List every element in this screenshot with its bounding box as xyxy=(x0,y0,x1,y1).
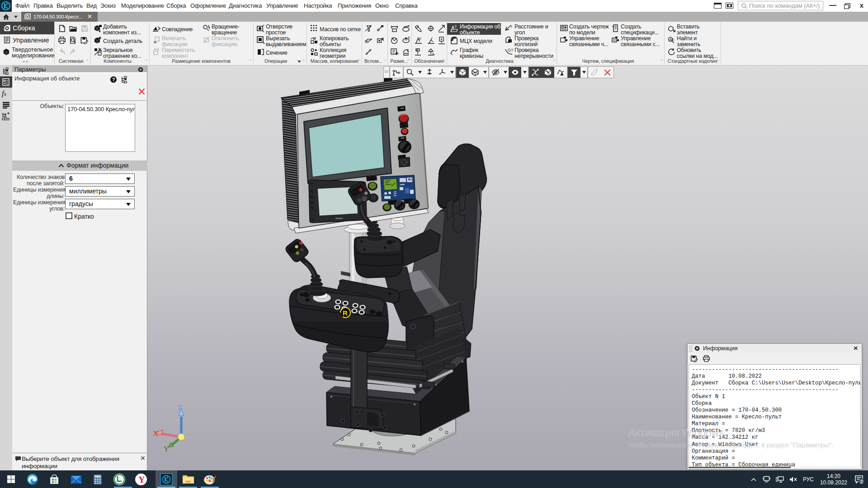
svg-text:2: 2 xyxy=(860,479,863,484)
svg-text:E: E xyxy=(419,37,421,41)
svg-text:?: ? xyxy=(510,24,512,29)
svg-text:R: R xyxy=(343,309,348,317)
svg-text:X: X xyxy=(153,429,158,438)
svg-text:G?: G? xyxy=(508,48,513,52)
svg-text:Y: Y xyxy=(164,445,169,452)
svg-text:Y: Y xyxy=(139,475,145,484)
svg-text:?: ? xyxy=(454,24,457,29)
svg-text:R: R xyxy=(408,36,410,39)
svg-text:АБ: АБ xyxy=(670,38,675,42)
svg-text:Z: Z xyxy=(177,404,182,412)
